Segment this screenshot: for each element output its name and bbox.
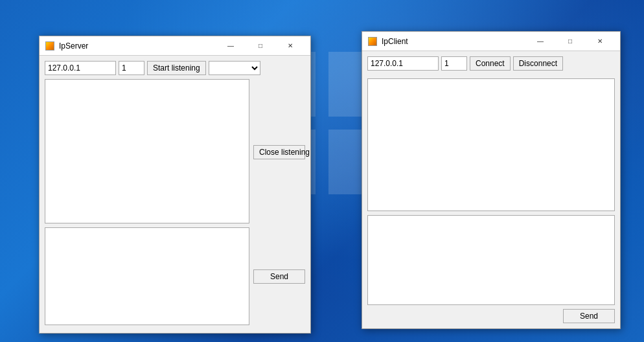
server-send-button[interactable]: Send	[253, 269, 305, 284]
server-ip-input[interactable]	[45, 61, 116, 75]
disconnect-button[interactable]: Disconnect	[513, 56, 563, 71]
client-send-button[interactable]: Send	[563, 309, 615, 323]
client-content: Connect Disconnect Send	[362, 51, 620, 328]
server-content: Start listening Close listening Send	[40, 56, 310, 333]
client-minimize-button[interactable]: —	[525, 32, 555, 51]
client-app-icon	[367, 36, 378, 47]
server-titlebar[interactable]: IpServer — □ ✕	[40, 36, 310, 56]
connect-button[interactable]: Connect	[470, 56, 511, 71]
server-side-panel: Close listening Send	[253, 79, 305, 325]
server-app-icon	[45, 41, 55, 51]
server-window: IpServer — □ ✕ Start listening	[39, 36, 311, 334]
close-listening-button[interactable]: Close listening	[253, 145, 305, 159]
server-minimize-button[interactable]: —	[216, 36, 246, 56]
server-main-layout: Close listening Send	[45, 79, 305, 325]
client-send-row: Send	[367, 309, 615, 323]
client-title: IpClient	[382, 37, 525, 46]
server-toolbar: Start listening	[45, 61, 305, 75]
server-dropdown[interactable]	[209, 61, 260, 75]
server-close-button[interactable]: ✕	[275, 36, 305, 56]
server-title: IpServer	[59, 41, 216, 51]
start-listening-button[interactable]: Start listening	[147, 61, 206, 75]
client-ip-input[interactable]	[367, 56, 439, 71]
server-window-controls: — □ ✕	[216, 36, 305, 56]
client-receive-textarea[interactable]	[367, 78, 615, 211]
server-send-textarea[interactable]	[45, 227, 249, 325]
client-send-textarea[interactable]	[367, 215, 615, 305]
client-toolbar: Connect Disconnect	[367, 56, 615, 71]
client-window: IpClient — □ ✕ Connect Disconnect Send	[362, 31, 621, 329]
client-titlebar[interactable]: IpClient — □ ✕	[362, 32, 620, 51]
client-window-controls: — □ ✕	[525, 32, 615, 51]
client-maximize-button[interactable]: □	[555, 32, 585, 51]
server-maximize-button[interactable]: □	[246, 36, 275, 56]
server-textareas	[45, 79, 249, 325]
server-receive-textarea[interactable]	[45, 79, 249, 223]
client-port-input[interactable]	[441, 56, 467, 71]
client-close-button[interactable]: ✕	[585, 32, 615, 51]
server-port-input[interactable]	[119, 61, 144, 75]
